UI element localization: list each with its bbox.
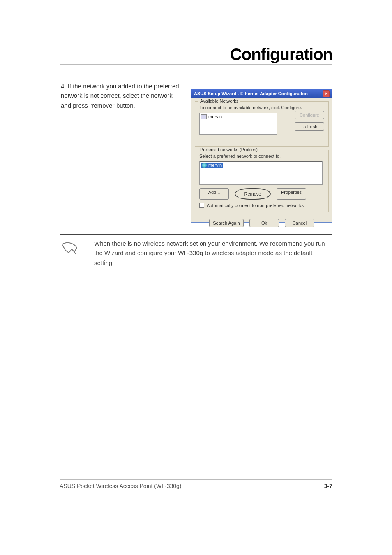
titlebar: ASUS Setup Wizard - Ethernet Adapter Con… xyxy=(191,89,332,98)
checkbox-icon[interactable] xyxy=(199,203,204,208)
preferred-item-label: mervin xyxy=(208,163,222,168)
step-text: If the network you added to the preferre… xyxy=(61,83,179,109)
dialog-bottom-buttons: Search Again Ok Cancel xyxy=(191,216,332,230)
network-icon xyxy=(202,163,207,168)
footer-rule xyxy=(60,479,332,480)
ok-button[interactable]: Ok xyxy=(249,219,279,227)
note-text: When there is no wireless network set on… xyxy=(89,239,332,267)
configure-button: Configure xyxy=(295,111,324,119)
available-listbox[interactable]: mervin xyxy=(199,113,277,135)
note-rule-top xyxy=(60,234,332,235)
available-legend-text: Available Networks xyxy=(200,99,238,104)
page-title: Configuration xyxy=(230,45,332,64)
step-caption: 4. If the network you added to the prefe… xyxy=(61,81,184,110)
preferred-networks-group: Preferred networks (Profiles) Select a p… xyxy=(195,150,329,212)
header-rule xyxy=(60,64,332,65)
available-item-label: mervin xyxy=(208,114,222,119)
auto-connect-row[interactable]: Automatically connect to non-preferred n… xyxy=(199,203,324,208)
note-rule-bottom xyxy=(60,274,332,274)
refresh-button[interactable]: Refresh xyxy=(295,122,324,131)
available-legend: Available Networks xyxy=(198,99,240,104)
note-icon xyxy=(60,239,79,267)
computer-icon xyxy=(201,114,207,119)
search-again-button[interactable]: Search Again xyxy=(209,219,244,227)
auto-connect-label: Automatically connect to non-preferred n… xyxy=(207,203,304,208)
available-instruction: To connect to an available network, clic… xyxy=(199,105,324,110)
note-block: When there is no wireless network set on… xyxy=(60,234,332,274)
properties-button[interactable]: Properties xyxy=(277,188,306,200)
dialog-window: ASUS Setup Wizard - Ethernet Adapter Con… xyxy=(191,89,332,223)
preferred-listbox[interactable]: mervin xyxy=(199,161,323,185)
close-icon[interactable]: × xyxy=(323,90,330,97)
preferred-legend-text: Preferred networks (Profiles) xyxy=(200,147,258,152)
dialog-title: ASUS Setup Wizard - Ethernet Adapter Con… xyxy=(194,91,308,96)
remove-button[interactable]: Remove xyxy=(238,190,267,198)
available-item[interactable]: mervin xyxy=(201,114,276,119)
footer-text: ASUS Pocket Wireless Access Point (WL-33… xyxy=(60,483,181,489)
preferred-item-selected[interactable]: mervin xyxy=(201,163,223,168)
available-networks-group: Available Networks To connect to an avai… xyxy=(195,101,329,147)
preferred-instruction: Select a preferred network to connect to… xyxy=(199,154,324,159)
preferred-legend: Preferred networks (Profiles) xyxy=(198,147,259,152)
add-button[interactable]: Add... xyxy=(199,188,229,200)
remove-highlight-ellipse: Remove xyxy=(235,188,271,200)
cancel-button[interactable]: Cancel xyxy=(285,219,314,227)
page-number: 3-7 xyxy=(324,483,332,489)
step-number: 4. xyxy=(61,83,66,90)
